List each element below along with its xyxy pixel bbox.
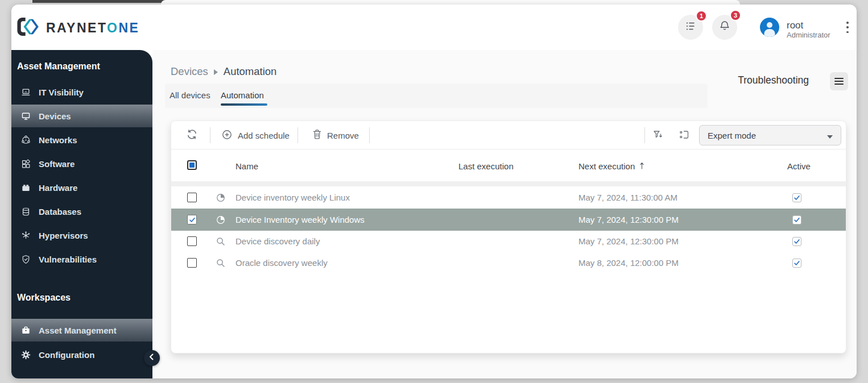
next-execution-value: May 7, 2024, 12:30:00 PM <box>578 209 679 231</box>
filter-button[interactable] <box>652 121 663 149</box>
check-icon <box>793 194 800 201</box>
remove-button[interactable]: Remove <box>312 121 359 149</box>
app-card: RAYNETONE 1 <box>11 5 857 378</box>
trash-icon <box>312 129 322 141</box>
sidebar-item-hypervisors[interactable]: Hypervisors <box>11 224 152 247</box>
mode-select[interactable]: Expert mode <box>699 125 841 145</box>
tab-automation[interactable]: Automation <box>221 90 264 100</box>
sidebar-item-label: IT Visibility <box>39 88 84 97</box>
main-content: Devices Automation All devices Automatio… <box>152 50 857 378</box>
hamburger-menu-button[interactable] <box>830 72 848 90</box>
user-role: Administrator <box>787 31 830 40</box>
sidebar-item-label: Networks <box>39 135 77 145</box>
schedule-name: Device inventory weekly Linux <box>235 186 350 209</box>
automation-table-card: Add schedule Remove <box>171 120 846 353</box>
column-header-name[interactable]: Name <box>235 161 258 171</box>
next-execution-value: May 7, 2024, 11:30:00 AM <box>578 186 677 209</box>
network-icon <box>20 135 31 145</box>
briefcase-icon <box>20 325 31 335</box>
select-all-checkbox[interactable] <box>187 160 197 170</box>
row-checkbox[interactable] <box>187 258 197 268</box>
task-count-badge: 1 <box>696 10 707 22</box>
toolbar-divider <box>297 127 298 143</box>
check-icon <box>793 260 800 267</box>
plus-circle-icon <box>221 129 233 142</box>
sidebar-item-asset-management-workspace[interactable]: Asset Management <box>11 319 152 342</box>
header-row-separator <box>171 181 846 186</box>
pie-chart-icon <box>216 186 226 209</box>
sidebar-section-asset-management: Asset Management <box>17 61 100 72</box>
row-checkbox-checked[interactable] <box>187 215 197 224</box>
add-schedule-button[interactable]: Add schedule <box>221 121 290 149</box>
task-list-icon <box>685 20 696 34</box>
sidebar-item-it-visibility[interactable]: IT Visibility <box>11 81 152 103</box>
refresh-icon <box>186 128 198 142</box>
sidebar-item-vulnerabilities[interactable]: Vulnerabilities <box>11 248 152 270</box>
bell-icon <box>718 20 731 35</box>
active-checkbox[interactable] <box>792 237 801 246</box>
remove-label: Remove <box>327 131 359 140</box>
breadcrumb-arrow-icon <box>214 65 218 78</box>
logo-mark-icon <box>17 18 40 38</box>
filter-icon <box>652 129 663 142</box>
user-info[interactable]: root Administrator <box>787 20 830 39</box>
sidebar-item-label: Databases <box>39 207 81 217</box>
table-row-selected[interactable]: Device Inventory weekly Windows May 7, 2… <box>171 209 846 231</box>
row-checkbox[interactable] <box>187 236 197 246</box>
active-checkbox[interactable] <box>792 259 801 268</box>
breadcrumb-current: Automation <box>224 65 277 78</box>
table-row[interactable]: Device inventory weekly Linux May 7, 202… <box>171 186 846 209</box>
application-window: RAYNETONE 1 <box>0 0 868 383</box>
laptop-icon <box>20 87 31 97</box>
schedule-name: Device Inventory weekly Windows <box>235 209 365 231</box>
choose-columns-button[interactable] <box>679 121 690 149</box>
sidebar-section-workspaces: Workspaces <box>17 293 71 303</box>
troubleshooting-label[interactable]: Troubleshooting <box>737 74 809 86</box>
next-execution-value: May 7, 2024, 12:30:00 PM <box>578 230 679 252</box>
refresh-button[interactable] <box>186 121 198 149</box>
sort-ascending-icon <box>639 161 644 171</box>
toolbar-divider <box>210 127 210 143</box>
sidebar-item-software[interactable]: Software <box>11 152 152 175</box>
shield-icon <box>20 254 31 264</box>
row-checkbox[interactable] <box>187 193 197 202</box>
sidebar-item-label: Software <box>39 159 75 169</box>
active-checkbox[interactable] <box>792 215 801 224</box>
breadcrumb-parent[interactable]: Devices <box>171 65 208 78</box>
chevron-left-icon <box>147 352 156 364</box>
next-execution-value: May 8, 2024, 12:00:00 PM <box>578 252 679 274</box>
column-header-next-execution[interactable]: Next execution <box>578 161 644 171</box>
table-toolbar: Add schedule Remove <box>171 121 846 149</box>
sidebar-item-databases[interactable]: Databases <box>11 200 152 223</box>
sidebar-item-networks[interactable]: Networks <box>11 128 152 151</box>
table-row[interactable]: Device discovery daily May 7, 2024, 12:3… <box>171 230 846 252</box>
toolbar-divider <box>644 127 645 143</box>
table-header-row: Name Last execution Next execution Activ… <box>171 149 846 181</box>
chevron-down-icon <box>827 131 833 140</box>
table-row[interactable]: Oracle discovery weekly May 8, 2024, 12:… <box>171 252 846 274</box>
sidebar-item-label: Configuration <box>39 350 94 360</box>
sidebar-collapse-button[interactable] <box>144 350 160 366</box>
column-header-active[interactable]: Active <box>787 161 811 171</box>
toolbar-divider <box>369 127 370 143</box>
active-checkbox[interactable] <box>792 193 801 202</box>
column-header-last-execution[interactable]: Last execution <box>458 161 514 171</box>
software-icon <box>20 159 31 169</box>
tab-all-devices[interactable]: All devices <box>170 90 210 100</box>
sidebar: Asset Management IT Visibility Devices <box>11 50 152 378</box>
check-icon <box>793 217 800 223</box>
person-icon <box>760 18 779 37</box>
top-header: RAYNETONE 1 <box>11 5 857 50</box>
sidebar-item-configuration[interactable]: Configuration <box>11 343 152 366</box>
sidebar-item-label: Hypervisors <box>39 231 88 240</box>
raynetone-logo: RAYNETONE <box>17 18 139 38</box>
search-icon <box>216 230 226 252</box>
hypervisor-icon <box>20 230 31 240</box>
indeterminate-mark <box>189 163 195 168</box>
sidebar-item-devices[interactable]: Devices <box>11 105 152 127</box>
active-tab-underline <box>221 103 267 106</box>
sidebar-item-hardware[interactable]: Hardware <box>11 176 152 199</box>
schedule-name: Oracle discovery weekly <box>235 252 328 274</box>
kebab-menu-button[interactable] <box>844 22 851 33</box>
user-avatar[interactable] <box>760 18 779 37</box>
